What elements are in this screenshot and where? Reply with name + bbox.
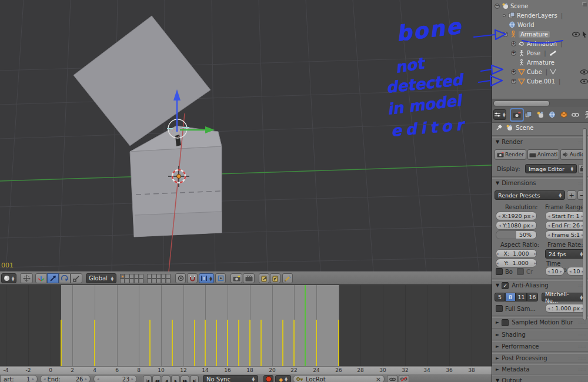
active-keying-set-field[interactable]: LocRot bbox=[293, 375, 385, 382]
outliner-row-armature-data[interactable]: Armature bbox=[492, 58, 588, 67]
outliner-row-pose[interactable]: + Pose | bbox=[492, 48, 588, 58]
render-animation-button[interactable]: Animati bbox=[527, 149, 559, 160]
link-button[interactable] bbox=[387, 375, 397, 382]
layer-toggle[interactable] bbox=[120, 274, 125, 279]
tab-object[interactable] bbox=[558, 109, 570, 120]
sync-dropdown[interactable]: No Sync ▲▼ bbox=[203, 375, 258, 382]
unlink-button[interactable] bbox=[399, 375, 409, 382]
tab-render-layers[interactable] bbox=[523, 109, 534, 120]
outliner-row-renderlayers[interactable]: RenderLayers | bbox=[492, 11, 588, 20]
rotate-manipulator-button[interactable] bbox=[59, 273, 71, 283]
snap-target-button[interactable] bbox=[215, 273, 226, 283]
play-button[interactable]: ▶ bbox=[171, 376, 180, 382]
start-frame-field[interactable]: Start Fr: 1 bbox=[545, 212, 586, 220]
keyframe-marker[interactable] bbox=[227, 320, 228, 366]
panel-header-shading[interactable]: ► Shading :::: bbox=[492, 330, 588, 340]
add-preset-button[interactable]: + bbox=[567, 190, 576, 200]
aa-filter-size-field[interactable]: : 1.000 px bbox=[545, 304, 586, 313]
full-sample-checkbox[interactable]: Full Sam... bbox=[496, 305, 536, 312]
grip-icon[interactable]: :::: bbox=[579, 367, 586, 372]
layer-toggle[interactable] bbox=[120, 279, 125, 283]
render-opengl-button[interactable] bbox=[230, 273, 242, 283]
expand-icon[interactable]: + bbox=[511, 41, 516, 46]
layer-toggle[interactable] bbox=[152, 274, 156, 279]
render-presets-dropdown[interactable]: Render Presets ▲▼ bbox=[495, 190, 565, 200]
layer-toggle[interactable] bbox=[134, 274, 139, 279]
snap-element-button[interactable]: ▲▼ bbox=[199, 273, 214, 283]
aa-samples-11-button[interactable]: 11 bbox=[516, 293, 527, 301]
start-frame-field[interactable]: art: 1 bbox=[0, 375, 38, 382]
breadcrumb-label[interactable]: Scene bbox=[516, 125, 534, 131]
manipulator-axes-button[interactable] bbox=[35, 273, 47, 283]
timeline-body[interactable] bbox=[0, 285, 492, 366]
jump-prev-keyframe-button[interactable]: ◀◀ bbox=[152, 376, 161, 382]
layer-grid-2[interactable] bbox=[147, 274, 171, 283]
panel-header-post-processing[interactable]: ► Post Processing :::: bbox=[492, 353, 588, 363]
keyframe-marker[interactable] bbox=[216, 320, 217, 366]
lid-object[interactable] bbox=[74, 16, 211, 146]
expand-icon[interactable]: + bbox=[511, 69, 516, 75]
keyframe-marker[interactable] bbox=[293, 320, 295, 366]
tab-scene[interactable] bbox=[534, 109, 546, 120]
outliner-scrollbar[interactable] bbox=[492, 99, 588, 108]
layer-toggle[interactable] bbox=[129, 274, 134, 279]
3d-viewport[interactable]: 001 bbox=[0, 0, 492, 272]
layer-toggle[interactable] bbox=[139, 274, 143, 279]
jump-to-end-button[interactable]: ▶| bbox=[190, 376, 199, 382]
snap-magnet-button[interactable] bbox=[187, 273, 198, 283]
keyframe-marker[interactable] bbox=[61, 320, 62, 366]
layer-toggle[interactable] bbox=[166, 274, 171, 279]
proportional-edit-button[interactable] bbox=[175, 273, 186, 283]
keyframe-marker[interactable] bbox=[249, 320, 250, 366]
eye-icon[interactable] bbox=[580, 69, 588, 75]
border-checkbox[interactable]: Bo bbox=[496, 268, 513, 275]
clear-keying-set-icon[interactable] bbox=[376, 376, 381, 382]
keyframe-marker[interactable] bbox=[338, 320, 339, 366]
keyframe-marker[interactable] bbox=[194, 320, 195, 366]
scrollbar-thumb[interactable] bbox=[493, 100, 550, 106]
jump-to-start-button[interactable]: |◀ bbox=[143, 376, 152, 382]
panel-header-dimensions[interactable]: ▼ Dimensions :::: bbox=[492, 178, 588, 188]
outliner-row-armature[interactable]: − Armature bbox=[492, 29, 588, 39]
layer-toggle[interactable] bbox=[161, 279, 166, 283]
keyframe-marker[interactable] bbox=[94, 320, 95, 366]
layer-toggle[interactable] bbox=[147, 279, 152, 283]
editor-type-button[interactable]: ▲▼ bbox=[493, 109, 506, 120]
resolution-x-field[interactable]: X:1920 px bbox=[496, 212, 537, 220]
end-frame-field[interactable]: End: 26 bbox=[40, 375, 91, 382]
layer-toggle[interactable] bbox=[152, 279, 156, 283]
panel-header-render[interactable]: ▼ Render :::: bbox=[492, 137, 588, 147]
frame-step-field[interactable]: Frame S:1 bbox=[545, 230, 586, 239]
play-reverse-button[interactable]: ◀ bbox=[162, 376, 171, 382]
expand-icon[interactable]: + bbox=[511, 51, 516, 56]
panel-header-output[interactable]: ▼ Output :::: bbox=[492, 376, 588, 382]
copy-pose-button[interactable] bbox=[259, 273, 269, 283]
layer-toggle[interactable] bbox=[166, 279, 171, 283]
outliner-row-cube-001[interactable]: + Cube.001 | bbox=[492, 76, 588, 86]
keyframe-marker[interactable] bbox=[316, 320, 317, 366]
layer-toggle[interactable] bbox=[161, 274, 166, 279]
render-still-button[interactable]: Render bbox=[495, 149, 526, 160]
aa-samples-8-button[interactable]: 8 bbox=[505, 293, 516, 301]
ruler-pencil-button[interactable] bbox=[282, 273, 293, 283]
pin-icon[interactable] bbox=[496, 124, 503, 131]
end-frame-field[interactable]: End Fr: 26 bbox=[545, 221, 586, 230]
outliner-row-animation[interactable]: + Animation | bbox=[492, 39, 588, 48]
display-dropdown[interactable]: Image Editor ▲▼ bbox=[525, 164, 577, 173]
properties-scrollbar[interactable] bbox=[583, 128, 587, 320]
panel-header-antialiasing[interactable]: ▼ ✓ Anti-Aliasing :::: bbox=[492, 280, 588, 290]
tab-object-data[interactable] bbox=[582, 109, 588, 120]
layer-toggle[interactable] bbox=[147, 274, 152, 279]
grip-icon[interactable]: :::: bbox=[579, 344, 586, 349]
outliner-row-world[interactable]: World bbox=[492, 20, 588, 29]
jump-next-keyframe-button[interactable]: ▶▶ bbox=[181, 376, 189, 382]
keyframe-marker[interactable] bbox=[172, 320, 173, 366]
panel-header-metadata[interactable]: ► Metadata :::: bbox=[492, 364, 588, 374]
layer-grid-1[interactable] bbox=[120, 274, 143, 283]
render-animation-opengl-button[interactable] bbox=[243, 273, 255, 283]
resolution-percent-slider[interactable]: 50% bbox=[496, 230, 537, 239]
layer-toggle[interactable] bbox=[134, 279, 139, 283]
keyframe-marker[interactable] bbox=[282, 320, 283, 366]
collapse-icon[interactable]: − bbox=[495, 4, 500, 9]
current-frame-line[interactable] bbox=[305, 285, 306, 373]
